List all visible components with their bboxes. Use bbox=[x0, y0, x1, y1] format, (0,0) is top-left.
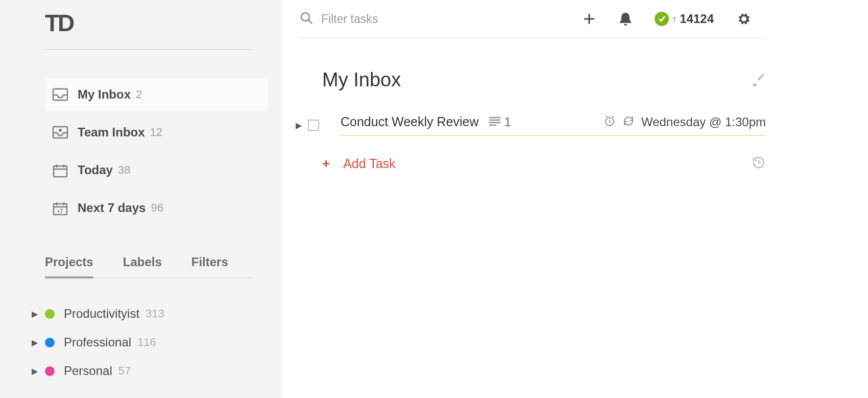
logo-row: TD bbox=[45, 9, 252, 50]
sidebar-tabs: Projects Labels Filters bbox=[45, 251, 252, 278]
project-color-dot bbox=[45, 338, 55, 347]
project-color-dot bbox=[45, 309, 55, 319]
add-task-row[interactable]: + Add Task bbox=[322, 143, 766, 184]
nav-count: 38 bbox=[118, 163, 130, 177]
history-icon[interactable] bbox=[752, 155, 766, 172]
topbar: ↑ 14124 bbox=[300, 0, 766, 38]
task-meta: Wednesday @ 1:30pm bbox=[604, 115, 766, 129]
comment-count: 1 bbox=[504, 115, 511, 129]
project-color-dot bbox=[45, 366, 55, 376]
svg-point-2 bbox=[59, 129, 62, 132]
task-title: Conduct Weekly Review bbox=[341, 114, 478, 129]
project-count: 116 bbox=[137, 336, 156, 349]
add-task-label: Add Task bbox=[343, 156, 395, 171]
team-inbox-icon bbox=[52, 126, 68, 139]
content-area: My Inbox ▶ Conduct Weekly Review 1 bbox=[282, 38, 868, 184]
task-date: Wednesday @ 1:30pm bbox=[641, 115, 766, 129]
chevron-right-icon: ▶ bbox=[32, 338, 39, 347]
add-task-icon[interactable] bbox=[582, 12, 596, 26]
nav-label: My Inbox bbox=[78, 87, 131, 102]
notifications-icon[interactable] bbox=[619, 12, 632, 26]
karma-badge-icon bbox=[655, 12, 669, 26]
sidebar-item-today[interactable]: Today 38 bbox=[45, 154, 268, 186]
project-label: Professional bbox=[64, 335, 131, 349]
nav-count: 96 bbox=[151, 201, 163, 215]
nav-label: Today bbox=[78, 163, 113, 177]
app-logo: TD bbox=[45, 10, 73, 36]
calendar-icon bbox=[52, 163, 68, 177]
karma-number: 14124 bbox=[680, 12, 714, 26]
project-item-professional[interactable]: ▶ Professional 116 bbox=[32, 328, 268, 357]
nav-label: Next 7 days bbox=[78, 201, 146, 215]
tab-projects[interactable]: Projects bbox=[45, 251, 93, 278]
calendar-7-icon: +7 bbox=[52, 201, 68, 215]
chevron-right-icon: ▶ bbox=[32, 309, 39, 319]
settings-gear-icon[interactable] bbox=[736, 11, 752, 27]
svg-point-6 bbox=[301, 13, 309, 21]
topbar-actions: ↑ 14124 bbox=[582, 11, 752, 27]
recurring-icon bbox=[623, 115, 634, 129]
search-wrap bbox=[300, 11, 582, 27]
svg-text:+7: +7 bbox=[57, 208, 63, 214]
page-title: My Inbox bbox=[322, 69, 401, 91]
task-row[interactable]: ▶ Conduct Weekly Review 1 bbox=[296, 108, 766, 143]
task-checkbox[interactable] bbox=[308, 120, 319, 131]
nav-list: My Inbox 2 Team Inbox 12 bbox=[45, 78, 268, 224]
projects-list: ▶ Productivityist 313 ▶ Professional 116… bbox=[45, 299, 268, 385]
project-label: Personal bbox=[64, 364, 112, 378]
sidebar-item-my-inbox[interactable]: My Inbox 2 bbox=[45, 78, 268, 111]
sidebar: TD My Inbox 2 bbox=[0, 0, 282, 398]
alarm-clock-icon bbox=[604, 115, 616, 129]
chevron-right-icon[interactable]: ▶ bbox=[296, 121, 302, 130]
karma-score[interactable]: ↑ 14124 bbox=[655, 12, 714, 26]
chevron-right-icon: ▶ bbox=[32, 366, 39, 376]
tab-labels[interactable]: Labels bbox=[123, 251, 162, 277]
plus-icon: + bbox=[322, 156, 330, 172]
project-count: 313 bbox=[146, 307, 164, 320]
main-area: ↑ 14124 My Inbox ▶ Conduct bbox=[282, 0, 868, 398]
project-count: 57 bbox=[118, 364, 131, 378]
project-item-personal[interactable]: ▶ Personal 57 bbox=[32, 357, 268, 385]
nav-count: 12 bbox=[150, 126, 162, 139]
svg-rect-3 bbox=[54, 166, 67, 177]
nav-count: 2 bbox=[136, 88, 142, 101]
title-row: My Inbox bbox=[322, 69, 766, 91]
nav-label: Team Inbox bbox=[78, 125, 145, 139]
karma-arrow-up-icon: ↑ bbox=[672, 14, 677, 25]
tab-filters[interactable]: Filters bbox=[191, 251, 228, 277]
project-label: Productivityist bbox=[64, 307, 139, 321]
inbox-icon bbox=[52, 88, 68, 101]
comment-lines-icon[interactable] bbox=[489, 116, 501, 128]
search-input[interactable] bbox=[321, 12, 474, 26]
project-item-productivityist[interactable]: ▶ Productivityist 313 bbox=[32, 299, 268, 328]
search-icon bbox=[300, 11, 313, 27]
tools-icon[interactable] bbox=[752, 72, 766, 88]
sidebar-item-next-7-days[interactable]: +7 Next 7 days 96 bbox=[45, 192, 268, 224]
sidebar-item-team-inbox[interactable]: Team Inbox 12 bbox=[45, 116, 268, 149]
